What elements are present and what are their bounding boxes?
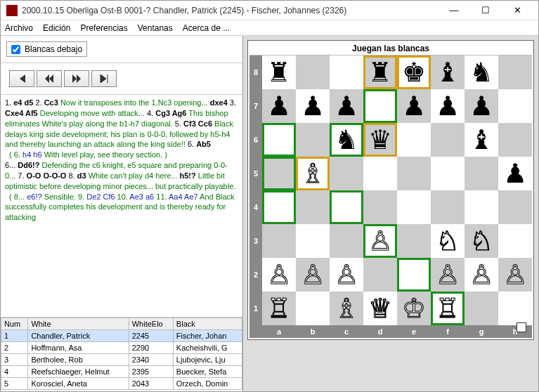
piece-wr[interactable]: ♖ [436, 295, 460, 322]
step-back-button[interactable] [37, 70, 62, 87]
square-f6[interactable] [431, 123, 465, 157]
piece-br[interactable]: ♜ [368, 59, 392, 86]
col-whiteelo[interactable]: WhiteElo [129, 318, 173, 330]
square-g4[interactable] [465, 190, 498, 224]
piece-wn[interactable]: ♘ [469, 228, 493, 254]
square-b2[interactable]: ♙ [296, 258, 330, 292]
square-e6[interactable] [397, 123, 431, 157]
square-e4[interactable] [397, 190, 431, 224]
square-g3[interactable]: ♘ [465, 224, 498, 258]
piece-bb[interactable]: ♝ [469, 126, 493, 153]
square-h6[interactable] [498, 123, 532, 157]
notation-panel[interactable]: 1. e4 d5 2. Cc3 Now it transposes into t… [1, 95, 242, 318]
square-b3[interactable] [296, 224, 330, 258]
square-g2[interactable]: ♙ [465, 258, 498, 292]
square-g1[interactable] [465, 292, 498, 325]
square-c6[interactable]: ♞ [330, 123, 363, 157]
square-a1[interactable]: ♖ [262, 292, 296, 325]
chess-board[interactable]: 8♜♜♚♝♞7♟♟♟♟♟♟6♞♛♝5♗♟43♙♘♘2♙♙♙♙♙♙1♖♗♕♔♖ab… [249, 55, 532, 338]
piece-bp[interactable]: ♟ [335, 93, 358, 119]
square-d2[interactable] [363, 258, 397, 292]
square-c8[interactable] [330, 55, 363, 89]
square-e2[interactable] [397, 258, 431, 292]
piece-br[interactable]: ♜ [267, 59, 291, 86]
piece-wk[interactable]: ♔ [402, 295, 426, 322]
minimize-button[interactable]: — [439, 1, 469, 20]
piece-bp[interactable]: ♟ [503, 160, 527, 187]
square-c5[interactable] [330, 157, 363, 190]
square-h7[interactable] [498, 89, 532, 123]
square-a8[interactable]: ♜ [262, 55, 296, 89]
white-on-bottom-checkbox[interactable]: Blancas debajo [6, 41, 87, 57]
piece-bp[interactable]: ♟ [301, 93, 325, 119]
square-d5[interactable] [363, 157, 397, 190]
square-d4[interactable] [363, 190, 397, 224]
goto-end-button[interactable] [91, 70, 117, 87]
square-b6[interactable] [296, 123, 330, 157]
square-g5[interactable] [465, 157, 498, 190]
piece-wp[interactable]: ♙ [469, 261, 493, 288]
square-b4[interactable] [296, 190, 330, 224]
square-f7[interactable]: ♟ [431, 89, 465, 123]
square-a3[interactable] [262, 224, 296, 258]
piece-bp[interactable]: ♟ [267, 93, 291, 119]
square-a5[interactable] [262, 157, 296, 190]
square-c7[interactable]: ♟ [330, 89, 363, 123]
piece-bk[interactable]: ♚ [402, 59, 426, 86]
square-b7[interactable]: ♟ [296, 89, 330, 123]
square-h2[interactable]: ♙ [498, 258, 532, 292]
piece-wb[interactable]: ♗ [301, 160, 325, 187]
square-e7[interactable]: ♟ [397, 89, 431, 123]
square-f4[interactable] [431, 190, 465, 224]
square-h3[interactable] [498, 224, 532, 258]
square-a7[interactable]: ♟ [262, 89, 296, 123]
piece-wp[interactable]: ♙ [436, 261, 460, 288]
square-d3[interactable]: ♙ [363, 224, 397, 258]
square-h5[interactable]: ♟ [498, 157, 532, 190]
square-e1[interactable]: ♔ [397, 292, 431, 325]
square-a6[interactable] [262, 123, 296, 157]
square-f5[interactable] [431, 157, 465, 190]
square-f3[interactable]: ♘ [431, 224, 465, 258]
piece-wr[interactable]: ♖ [267, 295, 291, 322]
menu-ventanas[interactable]: Ventanas [138, 23, 173, 33]
table-row[interactable]: 1Chandler, Patrick2245Fischer, Johan [1, 330, 242, 342]
piece-wp[interactable]: ♙ [335, 261, 358, 288]
square-f2[interactable]: ♙ [431, 258, 465, 292]
square-h4[interactable] [498, 190, 532, 224]
table-row[interactable]: 4Reefschlaeger, Helmut2395Buecker, Stefa [1, 366, 242, 378]
square-c1[interactable]: ♗ [330, 292, 363, 325]
piece-wb[interactable]: ♗ [335, 295, 358, 322]
piece-wp[interactable]: ♙ [503, 261, 527, 288]
table-row[interactable]: 2Hoffmann, Asa2290Kacheishvili, G [1, 342, 242, 354]
piece-wn[interactable]: ♘ [436, 228, 460, 254]
menu-acerca[interactable]: Acerca de ... [183, 23, 230, 33]
square-g6[interactable]: ♝ [465, 123, 498, 157]
col-num[interactable]: Num [1, 318, 28, 330]
square-d1[interactable]: ♕ [363, 292, 397, 325]
square-g8[interactable]: ♞ [465, 55, 498, 89]
table-row[interactable]: 5Korosciel, Aneta2043Orzech, Domin [1, 378, 242, 390]
piece-bp[interactable]: ♟ [469, 93, 493, 119]
col-black[interactable]: Black [173, 318, 242, 330]
square-h1[interactable] [498, 292, 532, 325]
maximize-button[interactable]: ☐ [470, 1, 501, 20]
piece-bp[interactable]: ♟ [436, 93, 460, 119]
menu-edicion[interactable]: Edición [43, 23, 70, 33]
square-b8[interactable] [296, 55, 330, 89]
square-f1[interactable]: ♖ [431, 292, 465, 325]
white-on-bottom-input[interactable] [11, 45, 20, 54]
square-e5[interactable] [397, 157, 431, 190]
square-e3[interactable] [397, 224, 431, 258]
piece-bp[interactable]: ♟ [402, 93, 426, 119]
piece-wp[interactable]: ♙ [368, 228, 392, 254]
piece-bn[interactable]: ♞ [335, 126, 358, 153]
square-e8[interactable]: ♚ [397, 55, 431, 89]
close-button[interactable]: ✕ [502, 1, 533, 20]
menu-preferencias[interactable]: Preferencias [80, 23, 127, 33]
square-d8[interactable]: ♜ [363, 55, 397, 89]
square-a4[interactable] [262, 190, 296, 224]
square-f8[interactable]: ♝ [431, 55, 465, 89]
goto-start-button[interactable] [9, 70, 34, 87]
square-c3[interactable] [330, 224, 363, 258]
